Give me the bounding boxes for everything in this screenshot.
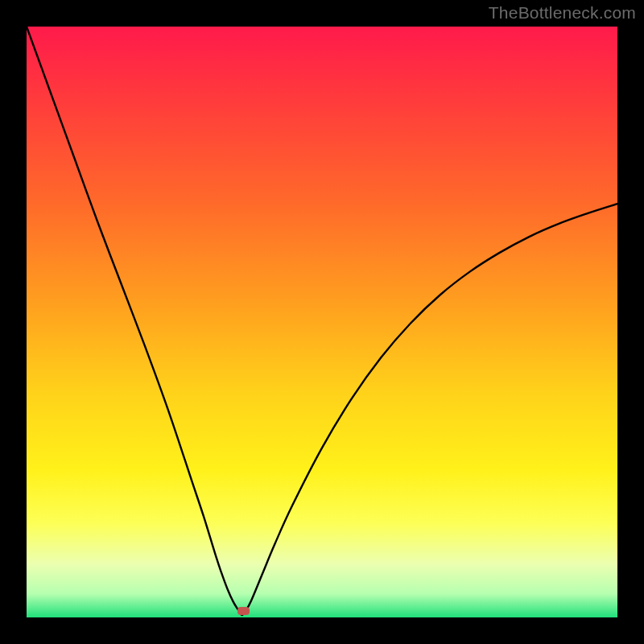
bottleneck-chart <box>0 0 644 644</box>
optimal-point-marker <box>237 607 250 615</box>
chart-container: TheBottleneck.com <box>0 0 644 644</box>
watermark-label: TheBottleneck.com <box>489 3 636 23</box>
plot-area <box>27 27 617 617</box>
